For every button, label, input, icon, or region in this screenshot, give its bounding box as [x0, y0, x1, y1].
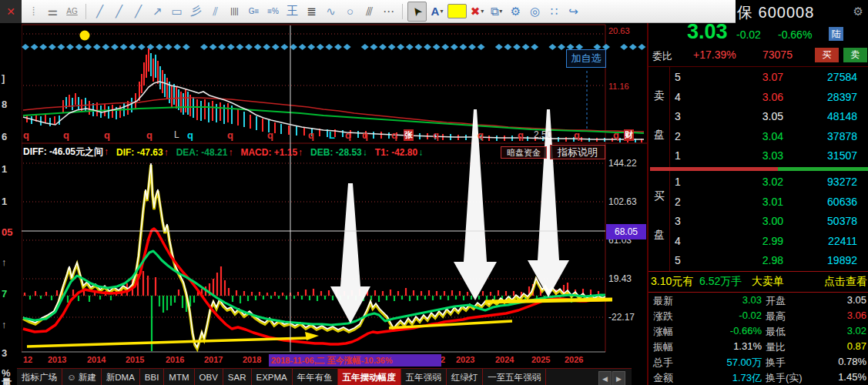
tab-label: 新建	[79, 373, 96, 382]
golden-section-icon[interactable]: G≡	[245, 2, 263, 21]
stat-value: 0.87	[805, 340, 866, 352]
stats-row: 金额1.73亿换手(实)1.45%	[648, 370, 868, 385]
level-number: 1	[675, 176, 681, 188]
sell-row[interactable]: 33.0548148	[670, 108, 868, 126]
hatch-lines-icon[interactable]: ⫻	[360, 2, 378, 21]
tab-12[interactable]: 一至五年强弱	[483, 369, 546, 385]
tab-label: EXPMA	[256, 373, 287, 382]
zigzag-wave-icon[interactable]: ∿	[322, 2, 340, 21]
level-price: 3.00	[729, 215, 783, 227]
drag-grip[interactable]: ⁞	[25, 2, 42, 21]
rectangle-tool-icon[interactable]: ▭	[168, 2, 186, 21]
panel-close-button[interactable]: ✕	[0, 0, 22, 23]
stat-label: 换手(实)	[766, 371, 803, 385]
toolbar-icons: ⁞⚌AG╱╱╱↗▭彡⫽||||G≡≡%王≣∿○⫻⋯➤A▾✖▾⧉▾⚙◎∷↪	[24, 2, 583, 22]
tab-5[interactable]: OBV	[195, 369, 223, 385]
text-color-icon[interactable]: A▾	[428, 2, 446, 21]
text-label-icon[interactable]: AG	[63, 2, 81, 21]
apply-all-grid-icon[interactable]: ∷	[545, 2, 563, 21]
big-order-alert-banner[interactable]: 3.10元有 6.52万手 大卖单 点击查看	[648, 271, 868, 293]
sell-button[interactable]: 卖	[843, 48, 867, 62]
tab-9-active[interactable]: 五年摆动幅度	[338, 369, 401, 385]
screenshot-clip-icon[interactable]: ⧉▾	[488, 2, 505, 21]
indicator-help-button[interactable]: 指标说明	[550, 145, 605, 159]
level-volume: 22411	[796, 235, 857, 247]
trend-line-icon[interactable]: ╱	[91, 2, 109, 21]
alert-view-link[interactable]: 点击查看	[824, 275, 867, 289]
buy-button[interactable]: 买	[815, 48, 839, 62]
rectangle-tool-icon-glyph: ▭	[171, 5, 182, 18]
level-price: 3.07	[729, 71, 783, 83]
tab-1[interactable]: ☺新建	[62, 369, 102, 385]
tab-2[interactable]: 新DMA	[102, 369, 140, 385]
tab-6[interactable]: SAR	[223, 369, 252, 385]
parallel-lines-icon[interactable]: ⫽	[206, 2, 224, 21]
buy-row[interactable]: 13.0293272+18	[670, 173, 868, 192]
tab-3[interactable]: BBI	[140, 369, 165, 385]
dropdown-caret-icon: ▾	[481, 8, 484, 15]
buy-row[interactable]: 33.0050378-34	[670, 213, 868, 231]
tabs-scroll-right-button[interactable]: ▶	[612, 371, 625, 385]
vertical-lines-icon[interactable]: ||||	[226, 2, 243, 21]
drawing-settings-gear-icon[interactable]: ⚙	[507, 2, 524, 21]
market-badge: 陆	[829, 27, 843, 41]
color-swatch[interactable]	[447, 4, 467, 18]
more-tools-icon[interactable]: ⋯	[380, 2, 397, 21]
tab-10[interactable]: 五年强弱	[401, 369, 447, 385]
sell-row[interactable]: 53.0727584	[670, 69, 868, 87]
level-price: 2.98	[729, 254, 783, 266]
indicator-value: DIFF: -46.05元之间↑	[23, 146, 109, 159]
sell-row[interactable]: 13.0331507-65	[670, 147, 868, 166]
order-book: 卖盘买盘53.072758443.062839733.054814823.043…	[648, 66, 868, 271]
level-number: 4	[675, 235, 681, 247]
tab-4[interactable]: MTM	[164, 369, 194, 385]
level-delta: +18	[859, 176, 868, 187]
sell-row[interactable]: 43.0628397	[670, 89, 868, 107]
sell-row[interactable]: 23.0437878	[670, 128, 868, 146]
wave-gauge-icon[interactable]: 王	[283, 2, 301, 21]
settings-gear-icon[interactable]: ⚙	[853, 5, 863, 18]
main-chart-y-label: -22.17	[608, 312, 635, 323]
hide-drawings-eye-icon[interactable]: ◎	[526, 2, 544, 21]
toolbar-separator	[402, 4, 403, 19]
level-price: 3.06	[729, 91, 783, 103]
level-volume: 19892	[796, 254, 857, 266]
delete-drawing-icon[interactable]: ✖▾	[468, 2, 486, 21]
line-segment-icon[interactable]: ╱	[110, 2, 128, 21]
level-number: 4	[675, 91, 681, 103]
gann-fan-icon[interactable]: 彡	[187, 2, 205, 21]
left-strip-fragment: 8	[2, 99, 7, 110]
arrow-line-icon[interactable]: ↗	[149, 2, 166, 21]
x-axis-year: 2014	[87, 355, 106, 364]
add-watchlist-button[interactable]: 加自选	[566, 49, 606, 68]
signal-mark: q	[478, 129, 484, 141]
ray-line-icon[interactable]: ╱	[129, 2, 147, 21]
tab-0[interactable]: 指标广场	[17, 369, 62, 385]
buy-row[interactable]: 52.9819892	[670, 252, 868, 270]
horizontal-lines-icon[interactable]: ≣	[303, 2, 320, 21]
tabs-scroll-left-button[interactable]: ◀	[598, 371, 612, 385]
main-chart-canvas[interactable]	[22, 25, 605, 352]
cursor-select-icon[interactable]: ➤	[407, 2, 427, 22]
alert-volume: 6.52万手	[699, 275, 742, 289]
buy-row[interactable]: 42.9922411	[670, 233, 868, 251]
tab-11[interactable]: 红绿灯	[447, 369, 484, 385]
last-price: 3.03	[687, 20, 728, 44]
level-number: 3	[675, 110, 681, 122]
tab-label: 五年摆动幅度	[343, 373, 396, 382]
dark-pool-funds-button[interactable]: 暗盘资金	[501, 146, 547, 159]
trend-line-icon-glyph: ╱	[96, 5, 103, 18]
share-forward-icon[interactable]: ↪	[565, 2, 582, 21]
tab-8[interactable]: 年年有鱼	[293, 369, 338, 385]
ellipse-tool-icon[interactable]: ○	[341, 2, 359, 21]
buy-row[interactable]: 23.0160636	[670, 193, 868, 212]
indicator-settings-icon[interactable]: ⚌	[44, 2, 62, 21]
left-strip-fragment: 1	[2, 163, 7, 175]
indicator-tab-bar: 指标广场☺新建新DMABBIMTMOBVSAREXPMA年年有鱼五年摆动幅度五年…	[17, 368, 632, 385]
x-axis-year: 2025	[531, 355, 550, 364]
trend-arrow-icon: ↑	[164, 147, 169, 158]
tab-7[interactable]: EXPMA	[252, 369, 293, 385]
weibi-row: 委比 +17.39% 73075 买 卖	[648, 45, 868, 67]
percent-lines-icon[interactable]: ≡%	[264, 2, 282, 21]
level-volume: 50378	[796, 215, 857, 227]
